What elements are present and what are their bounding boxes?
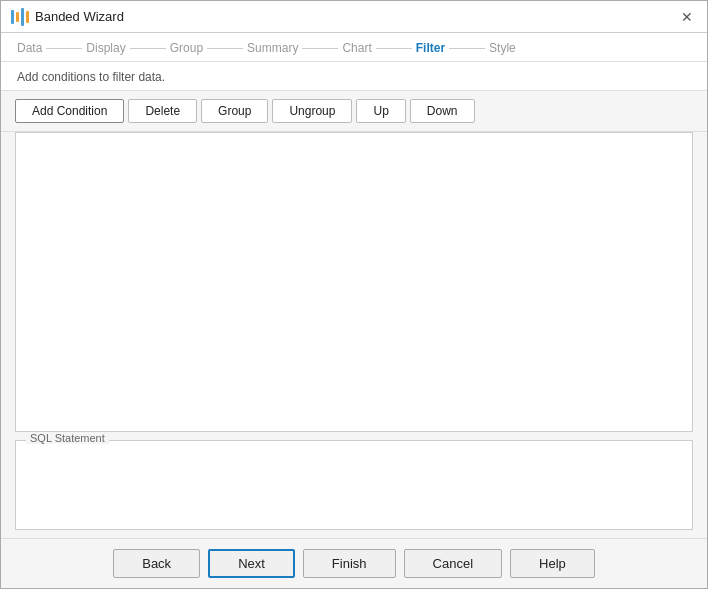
- wizard-window: Banded Wizard ✕ Data Display Group Summa…: [0, 0, 708, 589]
- sql-label: SQL Statement: [26, 432, 109, 444]
- step-data[interactable]: Data: [17, 41, 42, 55]
- finish-button[interactable]: Finish: [303, 549, 396, 578]
- step-display[interactable]: Display: [86, 41, 125, 55]
- step-divider-5: [376, 48, 412, 49]
- ungroup-button[interactable]: Ungroup: [272, 99, 352, 123]
- filter-toolbar: Add Condition Delete Group Ungroup Up Do…: [1, 91, 707, 132]
- step-chart[interactable]: Chart: [342, 41, 371, 55]
- app-icon: [11, 8, 29, 26]
- close-button[interactable]: ✕: [677, 7, 697, 27]
- conditions-area: [15, 132, 693, 432]
- group-button[interactable]: Group: [201, 99, 268, 123]
- sql-statement-section: SQL Statement: [15, 440, 693, 530]
- add-condition-button[interactable]: Add Condition: [15, 99, 124, 123]
- steps-bar: Data Display Group Summary Chart Filter …: [1, 33, 707, 62]
- help-button[interactable]: Help: [510, 549, 595, 578]
- title-bar: Banded Wizard ✕: [1, 1, 707, 33]
- footer-bar: Back Next Finish Cancel Help: [1, 538, 707, 588]
- title-bar-left: Banded Wizard: [11, 8, 124, 26]
- step-divider-2: [130, 48, 166, 49]
- step-filter[interactable]: Filter: [416, 41, 445, 55]
- step-summary[interactable]: Summary: [247, 41, 298, 55]
- down-button[interactable]: Down: [410, 99, 475, 123]
- subtitle: Add conditions to filter data.: [1, 62, 707, 91]
- up-button[interactable]: Up: [356, 99, 405, 123]
- step-style[interactable]: Style: [489, 41, 516, 55]
- step-divider-1: [46, 48, 82, 49]
- back-button[interactable]: Back: [113, 549, 200, 578]
- step-group[interactable]: Group: [170, 41, 203, 55]
- next-button[interactable]: Next: [208, 549, 295, 578]
- cancel-button[interactable]: Cancel: [404, 549, 502, 578]
- step-divider-4: [302, 48, 338, 49]
- delete-button[interactable]: Delete: [128, 99, 197, 123]
- window-title: Banded Wizard: [35, 9, 124, 24]
- step-divider-6: [449, 48, 485, 49]
- step-divider-3: [207, 48, 243, 49]
